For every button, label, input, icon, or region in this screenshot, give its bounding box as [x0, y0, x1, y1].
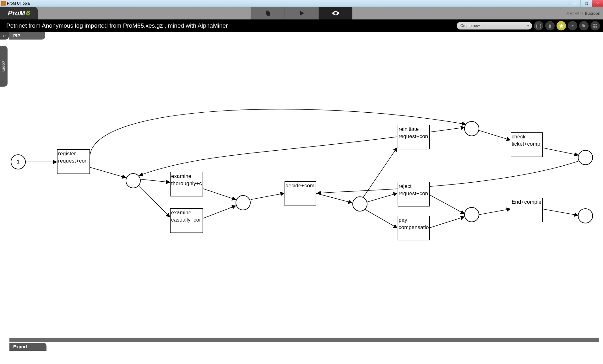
svg-marker-2 [300, 11, 304, 16]
page-title: Petrinet from Anonymous log imported fro… [6, 22, 228, 29]
place-p3[interactable] [352, 196, 367, 211]
grid-button[interactable] [590, 21, 600, 30]
horizontal-scrollbar[interactable] [9, 338, 599, 342]
export-tab[interactable]: Export [9, 343, 46, 351]
create-new-dropdown[interactable]: Create new... [457, 22, 532, 29]
create-new-label: Create new... [460, 24, 483, 28]
svg-rect-9 [595, 26, 597, 28]
maximize-button[interactable]: ▢ [580, 0, 592, 7]
action-tab[interactable] [285, 7, 318, 19]
view-tab[interactable] [318, 7, 352, 19]
mode-tabs [251, 7, 352, 19]
credits-prefix: Designed by [566, 12, 583, 15]
favorite-button[interactable]: ★ [557, 21, 566, 30]
main-toolbar: ProM 6 Designed by fluxicon [0, 7, 603, 19]
place-p6[interactable] [464, 207, 479, 222]
run-button[interactable] [568, 21, 577, 30]
subheader: Petrinet from Anonymous log imported fro… [0, 19, 603, 32]
t-label: reject request+con [399, 183, 428, 196]
tab-strip: ↩ PIP [0, 32, 603, 40]
t-label: pay compensatio [399, 217, 429, 230]
transition-examine-thoroughly[interactable]: examine thoroughly+c [170, 172, 203, 196]
svg-marker-3 [572, 24, 574, 27]
t-label: register request+con [58, 151, 88, 164]
t-label: End+comple [512, 199, 541, 205]
app-icon [1, 1, 6, 6]
back-button[interactable]: ↩ [0, 32, 9, 40]
place-p1[interactable] [126, 173, 141, 188]
workspace-icon [264, 10, 271, 17]
close-button[interactable]: ✕ [592, 0, 603, 7]
workspace-tab[interactable] [251, 7, 285, 19]
place-p8[interactable] [578, 208, 593, 223]
place-token: 1 [17, 159, 20, 165]
subheader-actions: Create new... ( ) ★ [457, 19, 600, 32]
transition-register[interactable]: register request+con [57, 149, 90, 174]
content-area: Zoom [0, 40, 603, 356]
transition-reject[interactable]: reject request+con [398, 182, 430, 206]
credits: Designed by fluxicon [566, 7, 600, 19]
credits-brand: fluxicon [585, 11, 600, 16]
parentheses-button[interactable]: ( ) [534, 21, 543, 30]
t-label: examine casually+cor [171, 210, 201, 223]
transition-check-ticket[interactable]: check ticket+comp [511, 132, 543, 157]
drop-icon [548, 24, 552, 28]
minimize-button[interactable]: — [569, 0, 580, 7]
svg-rect-6 [593, 24, 595, 25]
copy-icon [582, 24, 586, 28]
pip-tab[interactable]: PIP [9, 32, 45, 40]
t-label: examine thoroughly+c [171, 173, 202, 186]
t-label: check ticket+comp [512, 134, 540, 147]
window-title: ProM UITopia [7, 1, 30, 6]
app-logo: ProM 6 [0, 7, 38, 19]
back-arrow-icon: ↩ [3, 33, 6, 38]
window-controls: — ▢ ✕ [569, 0, 603, 7]
transition-pay-compensation[interactable]: pay compensatio [398, 216, 430, 240]
grid-icon [593, 24, 597, 28]
pip-label: PIP [13, 33, 20, 38]
transition-decide[interactable]: decide+com [285, 181, 316, 206]
petrinet-canvas[interactable]: 1 register request+con examine thoroughl… [9, 40, 600, 356]
play-small-icon [571, 24, 574, 28]
transition-end[interactable]: End+comple [511, 198, 543, 222]
transition-reinitiate[interactable]: reinitiate request+con [398, 125, 430, 149]
svg-rect-7 [595, 24, 597, 25]
t-label: decide+com [285, 183, 314, 189]
place-p7[interactable] [578, 150, 593, 165]
svg-rect-8 [593, 26, 595, 28]
place-p5[interactable] [464, 121, 479, 136]
window-titlebar: ProM UITopia — ▢ ✕ [0, 0, 603, 7]
logo-version: 6 [26, 9, 30, 17]
svg-rect-5 [583, 25, 585, 27]
zoom-handle[interactable]: Zoom [0, 46, 8, 87]
play-icon [298, 10, 305, 17]
place-source[interactable]: 1 [11, 154, 26, 169]
t-label: reinitiate request+con [399, 126, 428, 139]
svg-rect-1 [267, 12, 270, 16]
zoom-label: Zoom [2, 61, 6, 72]
export-label: Export [13, 344, 27, 349]
drop-button[interactable] [545, 21, 555, 30]
place-p2[interactable] [236, 195, 251, 210]
eye-icon [331, 10, 340, 17]
logo-text: ProM [8, 9, 25, 17]
transition-examine-casually[interactable]: examine casually+cor [170, 208, 203, 233]
copy-button[interactable] [579, 21, 589, 30]
